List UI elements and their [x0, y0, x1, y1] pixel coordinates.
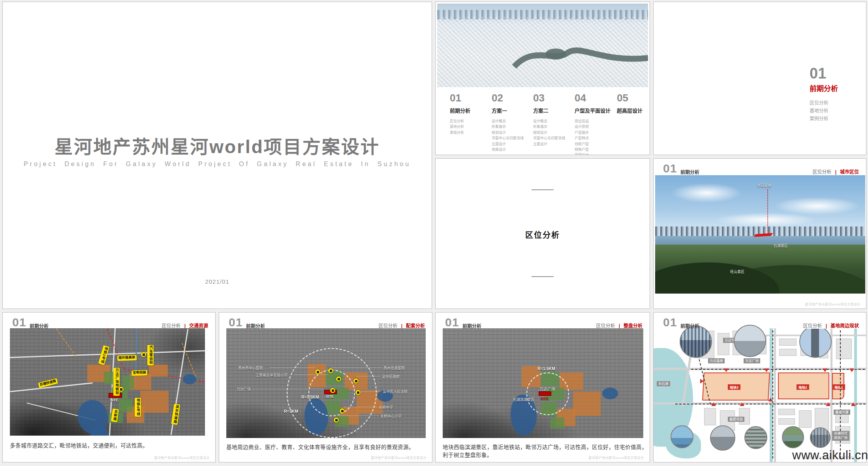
overall-slide: 01 前期分析 区位分析|整盘分析 R=1.5KM 万达广场 SITE 石湖滨湖…: [435, 312, 650, 462]
toc-num: 04: [575, 92, 614, 104]
photo-label-lake: 石湖景区: [774, 243, 788, 248]
header-breadcrumb: 区位分析|城市区位: [813, 168, 859, 175]
river-band: [854, 328, 857, 462]
photo-inset: [710, 425, 735, 451]
site-rect: [539, 391, 551, 396]
toc-title: 方案一: [492, 107, 531, 114]
leader-line: [357, 376, 380, 376]
slide-caption: 基地周边商业、医疗、教育、文化体育等设施齐全，且享有良好的景观资源。: [226, 443, 414, 451]
toc-section-4: 04 户型及平面设计 周边竞品 设计原则 户型展示 户型特点 创新户型 特殊户型…: [575, 92, 614, 155]
zone-orange: [140, 391, 169, 413]
toc-items: 周边竞品 设计原则 户型展示 户型特点 创新户型 特殊户型 平面设计: [575, 118, 614, 155]
site-label: SITE: [110, 398, 118, 402]
crumb-divider: |: [835, 169, 836, 175]
photo-label-site: 项目基地: [757, 183, 771, 188]
toc-section-3: 03 方案二 设计概念 形象展示 规划设计 邻里中心与归家流线 立面设计: [533, 92, 573, 147]
toc-title: 户型及平面设计: [575, 107, 614, 114]
leader-line: [270, 367, 315, 368]
place-tag: 万达晶座: [708, 358, 725, 363]
page-tag: 交通资源: [189, 323, 208, 329]
header-number: 01: [229, 316, 242, 329]
parcel-tag: 地块1: [832, 384, 845, 390]
entrance-arrow: [700, 379, 706, 384]
zone-green: [550, 417, 564, 429]
metro-station-icon: [118, 387, 124, 392]
photo-label-mountain: 旺山景区: [730, 269, 744, 274]
amenity-label: 吴中区人民法院: [383, 389, 408, 394]
photo-inset: [671, 425, 693, 448]
lake-band: [655, 236, 865, 245]
crumb-label: 区位分析: [803, 323, 822, 329]
section-number: 01: [810, 65, 838, 82]
place-tag: 鑫墅花园: [728, 417, 744, 422]
leader-line: [339, 415, 379, 416]
section-title: 前期分析: [810, 83, 838, 93]
site-pointer-line: [767, 189, 768, 235]
entrance-arrow: [826, 400, 830, 406]
header-section: 前期分析: [680, 168, 699, 175]
cloud-shape: [671, 183, 742, 203]
entrance-arrow: [711, 400, 716, 406]
map-label-lakefront: 石湖滨湖景区: [513, 397, 534, 402]
entrance-arrow: [724, 369, 729, 374]
site-plan-diagram: 地块3 地块2 地块1 万达华府 万达晶座 万达广场 东石湖 鑫墅花园 鑫谐大厦…: [654, 313, 866, 462]
ppt-overview-page: { "page": { "watermark": "www.aikuli.cn"…: [0, 0, 868, 466]
photo-inset: [734, 325, 766, 357]
poi-icon: [340, 408, 345, 414]
divider-line: [532, 189, 554, 190]
poi-icon: [355, 390, 361, 395]
entrance-arrow: [768, 395, 773, 401]
entrance-arrow: [849, 369, 854, 374]
building-block: [799, 410, 812, 428]
photo-inset: [810, 427, 830, 448]
crumb-label: 区位分析: [596, 323, 615, 329]
zone-green: [119, 399, 132, 412]
entrance-arrow: [764, 369, 769, 374]
toc-title: 前期分析: [450, 107, 489, 114]
building-block: [779, 339, 797, 346]
city-location-slide: 01 前期分析 区位分析|城市区位 项目基地 石湖景区 旺山景区 星河地产苏州星…: [653, 158, 866, 309]
header-number: 01: [663, 316, 677, 329]
amenity-label: 长桥中心小学: [380, 414, 402, 419]
slide-footer: 星河地产苏州星河world项目方案设计: [154, 455, 210, 460]
header-breadcrumb: 区位分析|基地周边现状: [801, 322, 859, 329]
cover-date: 2021/01: [3, 278, 432, 285]
toc-title: 超高层设计: [617, 107, 650, 114]
leader-line: [294, 374, 328, 375]
toc-section-1: 01 前期分析 区位分析 基地分析 景观分析: [450, 92, 489, 135]
photo-inset: [782, 426, 804, 448]
poi-icon: [336, 376, 341, 382]
parcel-tag: 地块2: [797, 384, 809, 390]
snow-aerial-photo: [437, 4, 648, 87]
slide-footer: 星河地产苏州星河world项目方案设计: [805, 302, 860, 306]
photo-river: [437, 4, 648, 87]
road-label: 南环路高架: [117, 355, 137, 361]
map-label-wanda: 万达广场: [539, 386, 555, 392]
satellite-map: SITE 地铁2号线 南环路高架 汽车客运站 宝带西路 万达广场地铁站 苏福快速…: [10, 328, 205, 436]
lake-shape: [602, 387, 618, 399]
orange-route: [56, 328, 76, 357]
surroundings-slide: 地块3 地块2 地块1 万达华府 万达晶座 万达广场 东石湖 鑫墅花园 鑫谐大厦…: [653, 312, 866, 462]
leader-line: [361, 391, 381, 391]
building-block: [718, 333, 729, 355]
amenity-label: 万达广场: [237, 387, 251, 392]
crumb-divider: |: [619, 323, 620, 329]
toc-num: 01: [450, 92, 489, 104]
toc-items: 设计概念 形象展示 规划设计 邻里中心与归家流线 立面设计 地库设计: [492, 118, 531, 152]
zone-green: [122, 376, 134, 389]
header-section: 前期分析: [680, 322, 699, 329]
bus-station-icon: [141, 352, 146, 357]
toc-title: 方案二: [533, 107, 573, 114]
section-block: 01 前期分析 区位分析 基地分析 案例分析: [810, 65, 838, 123]
photo-inset: [744, 426, 767, 449]
building-block: [704, 408, 716, 425]
header-number: 01: [12, 316, 26, 329]
toc-items: 区位分析 基地分析 景观分析: [450, 118, 489, 135]
section-items: 区位分析 基地分析 案例分析: [810, 99, 838, 123]
city-aerial-photo: 项目基地 石湖景区 旺山景区: [655, 175, 865, 294]
cloud-shape: [714, 213, 817, 227]
cover-title: 星河地产苏州星河world项目方案设计: [3, 132, 432, 158]
road-label: 吴东快速路: [171, 404, 180, 425]
parcel-tag: 地块3: [728, 384, 740, 390]
crumb-label: 区位分析: [379, 323, 398, 329]
